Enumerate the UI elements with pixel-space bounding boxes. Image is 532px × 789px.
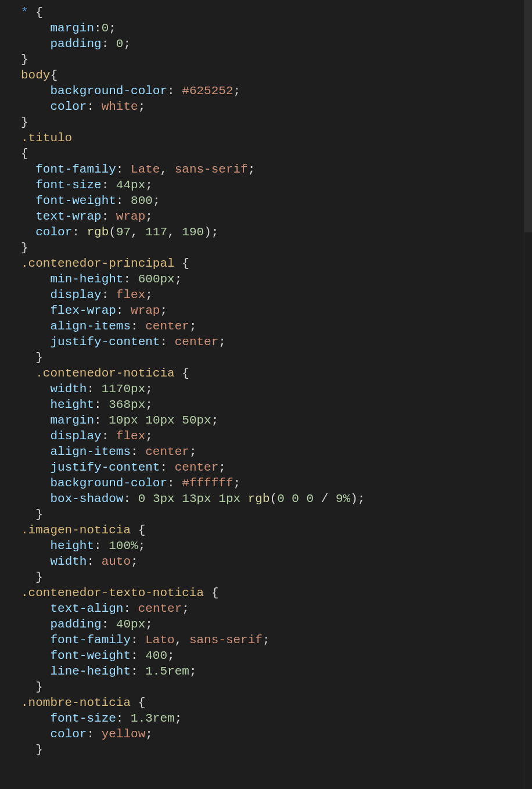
- code-line[interactable]: }: [0, 240, 532, 256]
- code-line[interactable]: margin: 10px 10px 50px;: [0, 413, 532, 428]
- code-line[interactable]: font-weight: 800;: [0, 193, 532, 209]
- code-line[interactable]: justify-content: center;: [0, 334, 532, 350]
- property-token: flex-wrap: [50, 304, 116, 317]
- value-token: Late: [131, 163, 160, 176]
- code-line[interactable]: .contenedor-noticia {: [0, 365, 532, 381]
- brace-token: }: [35, 508, 43, 521]
- code-line[interactable]: }: [0, 52, 532, 67]
- property-token: text-align: [50, 602, 123, 615]
- scrollbar-thumb[interactable]: [524, 0, 532, 232]
- brace-token: {: [211, 586, 219, 600]
- code-line[interactable]: .nombre-noticia {: [0, 695, 532, 711]
- function-token: rgb: [87, 225, 109, 239]
- code-line[interactable]: width: auto;: [0, 554, 532, 569]
- code-editor[interactable]: * { margin:0; padding: 0; } body{ backgr…: [0, 0, 532, 758]
- code-line[interactable]: body{: [0, 67, 532, 83]
- code-line[interactable]: font-size: 1.3rem;: [0, 711, 532, 726]
- code-line[interactable]: align-items: center;: [0, 444, 532, 460]
- code-line[interactable]: .titulo: [0, 130, 532, 146]
- brace-token: }: [21, 53, 28, 66]
- value-token: 40px: [116, 618, 145, 631]
- value-token: 0: [116, 37, 124, 51]
- property-token: background-color: [50, 476, 167, 490]
- code-line[interactable]: min-height: 600px;: [0, 271, 532, 287]
- code-line[interactable]: margin:0;: [0, 20, 532, 36]
- code-line[interactable]: padding: 0;: [0, 36, 532, 52]
- code-line[interactable]: box-shadow: 0 3px 13px 1px rgb(0 0 0 / 9…: [0, 491, 532, 507]
- code-line[interactable]: flex-wrap: wrap;: [0, 303, 532, 318]
- value-token: 600px: [138, 272, 175, 286]
- code-line[interactable]: font-size: 44px;: [0, 177, 532, 193]
- code-line[interactable]: {: [0, 146, 532, 162]
- vertical-scrollbar[interactable]: [524, 0, 532, 789]
- value-token: 1170px: [102, 382, 146, 396]
- brace-token: {: [35, 6, 43, 19]
- code-line[interactable]: }: [0, 114, 532, 130]
- code-line[interactable]: }: [0, 569, 532, 585]
- property-token: padding: [50, 37, 101, 51]
- value-token: 10px 10px 50px: [109, 414, 211, 427]
- value-token: 0: [102, 21, 109, 35]
- property-token: padding: [50, 618, 101, 631]
- code-line[interactable]: font-weight: 400;: [0, 648, 532, 664]
- value-token: 100%: [109, 539, 138, 553]
- code-line[interactable]: text-wrap: wrap;: [0, 209, 532, 224]
- code-line[interactable]: }: [0, 679, 532, 695]
- code-line[interactable]: justify-content: center;: [0, 460, 532, 475]
- selector-token: .titulo: [21, 131, 72, 145]
- brace-token: {: [182, 257, 189, 270]
- selector-token: .contenedor-texto-noticia: [21, 586, 204, 600]
- code-line[interactable]: height: 100%;: [0, 538, 532, 554]
- code-line[interactable]: display: flex;: [0, 428, 532, 444]
- code-line[interactable]: color: yellow;: [0, 726, 532, 742]
- code-line[interactable]: color: rgb(97, 117, 190);: [0, 224, 532, 240]
- code-line[interactable]: .contenedor-texto-noticia {: [0, 585, 532, 601]
- value-token: flex: [116, 288, 145, 302]
- code-line[interactable]: width: 1170px;: [0, 381, 532, 397]
- brace-token: }: [35, 571, 43, 584]
- code-line[interactable]: background-color: #ffffff;: [0, 475, 532, 491]
- value-token: center: [175, 335, 219, 349]
- code-line[interactable]: .imagen-noticia {: [0, 522, 532, 538]
- property-token: font-size: [50, 712, 116, 725]
- code-line[interactable]: }: [0, 742, 532, 758]
- value-token: yellow: [102, 727, 146, 741]
- value-token: 44px: [116, 178, 145, 192]
- code-line[interactable]: * {: [0, 5, 532, 20]
- value-token: wrap: [116, 210, 145, 223]
- property-token: line-height: [50, 665, 131, 678]
- property-token: box-shadow: [50, 492, 123, 505]
- code-line[interactable]: color: white;: [0, 99, 532, 114]
- property-token: color: [35, 225, 72, 239]
- property-token: align-items: [50, 445, 131, 458]
- code-line[interactable]: }: [0, 507, 532, 522]
- selector-token: .nombre-noticia: [21, 696, 131, 709]
- value-token: white: [102, 100, 138, 113]
- code-line[interactable]: align-items: center;: [0, 318, 532, 334]
- code-line[interactable]: padding: 40px;: [0, 616, 532, 632]
- property-token: margin: [50, 21, 94, 35]
- property-token: display: [50, 429, 101, 443]
- property-token: justify-content: [50, 335, 160, 349]
- brace-token: {: [21, 147, 28, 160]
- value-token: 800: [131, 194, 153, 207]
- property-token: font-weight: [35, 194, 116, 207]
- selector-token: .imagen-noticia: [21, 523, 131, 537]
- code-line[interactable]: background-color: #625252;: [0, 83, 532, 99]
- code-line[interactable]: text-align: center;: [0, 601, 532, 616]
- code-line[interactable]: font-family: Lato, sans-serif;: [0, 632, 532, 648]
- code-line[interactable]: }: [0, 350, 532, 365]
- value-token: center: [175, 461, 219, 474]
- function-token: rgb: [248, 492, 270, 505]
- code-line[interactable]: height: 368px;: [0, 397, 532, 413]
- value-token: auto: [102, 555, 131, 568]
- property-token: font-size: [35, 178, 101, 192]
- property-token: font-weight: [50, 649, 131, 662]
- value-token: center: [145, 445, 189, 458]
- code-line[interactable]: line-height: 1.5rem;: [0, 664, 532, 679]
- value-token: #ffffff: [182, 476, 233, 490]
- code-line[interactable]: font-family: Late, sans-serif;: [0, 162, 532, 177]
- code-line[interactable]: .contenedor-principal {: [0, 256, 532, 271]
- code-line[interactable]: display: flex;: [0, 287, 532, 303]
- property-token: display: [50, 288, 101, 302]
